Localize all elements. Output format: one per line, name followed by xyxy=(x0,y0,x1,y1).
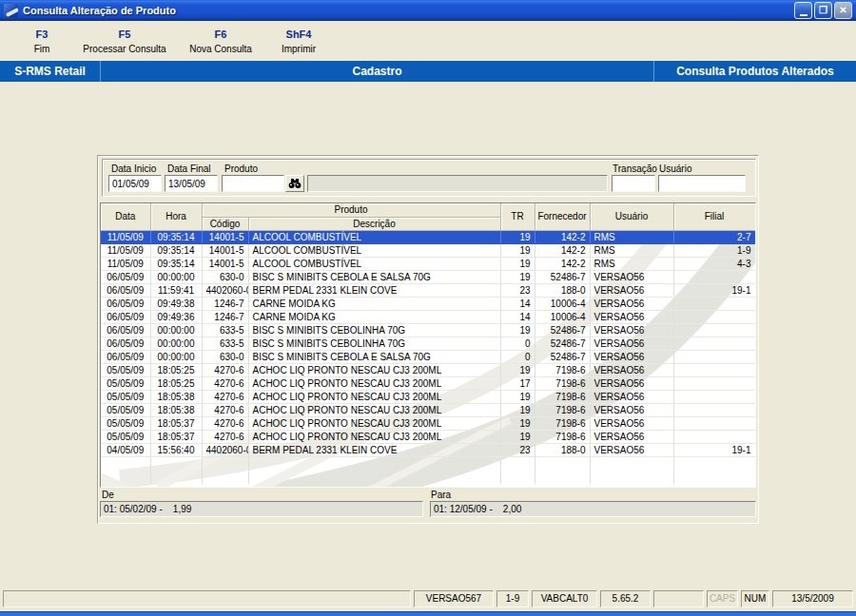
table-cell: 06/05/09 xyxy=(101,337,150,350)
table-row[interactable]: 06/05/0909:49:381246-7CARNE MOIDA KG1410… xyxy=(101,297,755,310)
produto-input[interactable] xyxy=(222,175,284,192)
table-cell: 19 xyxy=(500,403,535,416)
usuario-label: Usuário xyxy=(659,164,691,174)
col-header-hora[interactable]: Hora xyxy=(150,203,202,230)
col-header-tr[interactable]: TR xyxy=(500,203,535,230)
col-header-filial[interactable]: Filial xyxy=(673,203,755,230)
table-cell: 1246-7 xyxy=(202,297,248,310)
restore-button[interactable]: ❐ xyxy=(814,2,832,19)
table-cell: 7198-6 xyxy=(535,403,590,416)
table-cell: 18:05:37 xyxy=(150,430,202,443)
toolbar-nova-consulta-button[interactable]: F6 Nova Consulta xyxy=(177,28,264,56)
table-cell: VERSAO56 xyxy=(590,297,673,310)
table-cell: 142-2 xyxy=(535,257,590,270)
table-cell: 142-2 xyxy=(535,243,590,257)
data-final-input[interactable] xyxy=(165,175,218,192)
table-cell: ALCOOL COMBUSTÍVEL xyxy=(248,243,500,257)
toolbar-fim-label: Fim xyxy=(21,43,63,56)
table-cell: 4-3 xyxy=(673,257,755,270)
title-bar: Consulta Alteração de Produto ❐ ✕ xyxy=(0,0,856,21)
table-row[interactable]: 06/05/0900:00:00630-0BISC S MINIBITS CEB… xyxy=(101,350,755,363)
table-row[interactable]: 11/05/0909:35:1414001-5ALCOOL COMBUSTÍVE… xyxy=(101,230,755,243)
table-row[interactable]: 06/05/0900:00:00633-5BISC S MINIBITS CEB… xyxy=(101,337,755,350)
table-cell: 23 xyxy=(500,443,535,456)
table-cell: 10006-4 xyxy=(535,297,590,310)
table-cell: 00:00:00 xyxy=(150,337,202,350)
table-cell: 7198-6 xyxy=(535,376,590,390)
table-cell: 19 xyxy=(500,416,535,430)
col-header-codigo[interactable]: Código xyxy=(202,217,248,230)
table-cell: 18:05:38 xyxy=(150,390,202,403)
col-header-fornecedor[interactable]: Fornecedor xyxy=(535,203,590,230)
table-cell: 52486-7 xyxy=(535,337,590,350)
toolbar-processar-consulta-button[interactable]: F5 Processar Consulta xyxy=(72,28,177,56)
table-row[interactable]: 05/05/0918:05:374270-6ACHOC LIQ PRONTO N… xyxy=(101,416,755,430)
table-row[interactable]: 11/05/0909:35:1414001-5ALCOOL COMBUSTÍVE… xyxy=(101,243,755,257)
table-row[interactable]: 05/05/0918:05:254270-6ACHOC LIQ PRONTO N… xyxy=(101,376,755,390)
data-inicio-label: Data Inicio xyxy=(111,164,156,174)
table-cell: 11/05/09 xyxy=(101,230,150,243)
table-cell: ALCOOL COMBUSTÍVEL xyxy=(248,257,500,270)
table-cell: 00:00:00 xyxy=(150,323,202,337)
table-cell: RMS xyxy=(590,230,673,243)
table-cell: BERM PEDAL 2331 KLEIN COVE xyxy=(248,283,500,297)
table-row[interactable]: 04/05/0915:56:404402060-0BERM PEDAL 2331… xyxy=(101,443,755,456)
status-num-indicator: NUM xyxy=(741,590,769,607)
produto-search-button[interactable] xyxy=(285,175,304,192)
table-cell: 06/05/09 xyxy=(101,310,150,323)
usuario-input[interactable] xyxy=(658,175,746,192)
table-cell xyxy=(673,323,755,337)
close-button[interactable]: ✕ xyxy=(834,2,852,19)
col-header-produto[interactable]: Produto xyxy=(202,203,500,217)
table-row[interactable]: 05/05/0918:05:384270-6ACHOC LIQ PRONTO N… xyxy=(101,403,755,416)
table-empty-cell xyxy=(248,456,500,484)
table-empty-area xyxy=(101,456,755,484)
table-empty-cell xyxy=(535,456,590,484)
table-cell: 4270-6 xyxy=(202,376,248,390)
table-cell: RMS xyxy=(590,243,673,257)
table-cell: 14 xyxy=(500,310,535,323)
table-row[interactable]: 06/05/0900:00:00630-0BISC S MINIBITS CEB… xyxy=(101,270,755,283)
toolbar-fim-button[interactable]: F3 Fim xyxy=(11,28,72,56)
transacao-input[interactable] xyxy=(612,175,655,192)
table-cell: 11/05/09 xyxy=(101,257,150,270)
table-row[interactable]: 05/05/0918:05:384270-6ACHOC LIQ PRONTO N… xyxy=(101,390,755,403)
toolbar-imprimir-button[interactable]: ShF4 Imprimir xyxy=(264,28,333,56)
table-row[interactable]: 05/05/0918:05:254270-6ACHOC LIQ PRONTO N… xyxy=(101,363,755,376)
transacao-label: Transação xyxy=(613,164,657,174)
table-cell xyxy=(673,403,755,416)
col-header-data[interactable]: Data xyxy=(101,203,150,230)
table-cell: 19-1 xyxy=(673,283,755,297)
table-cell: 52486-7 xyxy=(535,323,590,337)
table-row[interactable]: 05/05/0918:05:374270-6ACHOC LIQ PRONTO N… xyxy=(101,430,755,443)
table-cell: 05/05/09 xyxy=(101,416,150,430)
table-cell: 2-7 xyxy=(673,230,755,243)
main-panel: Data Inicio Data Final Produto Transação… xyxy=(97,155,759,524)
col-header-usuario[interactable]: Usuário xyxy=(590,203,673,230)
table-cell: 09:35:14 xyxy=(150,230,202,243)
table-cell xyxy=(673,363,755,376)
app-icon xyxy=(4,4,18,18)
table-cell: 05/05/09 xyxy=(101,376,150,390)
table-row[interactable]: 06/05/0900:00:00633-5BISC S MINIBITS CEB… xyxy=(101,323,755,337)
status-bar: VERSAO567 1-9 VABCALT0 5.65.2 CAPS NUM 1… xyxy=(0,587,856,611)
table-cell: 19 xyxy=(500,363,535,376)
minimize-button[interactable] xyxy=(794,2,812,19)
filter-box: Data Inicio Data Final Produto Transação… xyxy=(102,159,756,197)
table-cell: 15:56:40 xyxy=(150,443,202,456)
col-header-descricao[interactable]: Descrição xyxy=(248,217,500,230)
table-row[interactable]: 06/05/0911:59:414402060-0BERM PEDAL 2331… xyxy=(101,283,755,297)
table-cell: ALCOOL COMBUSTÍVEL xyxy=(248,230,500,243)
table-cell: BERM PEDAL 2331 KLEIN COVE xyxy=(248,443,500,456)
data-inicio-input[interactable] xyxy=(108,175,162,192)
table-cell: 4270-6 xyxy=(202,390,248,403)
table-cell: 4270-6 xyxy=(202,363,248,376)
table-cell: 18:05:37 xyxy=(150,416,202,430)
data-final-label: Data Final xyxy=(167,164,211,174)
table-row[interactable]: 06/05/0909:49:361246-7CARNE MOIDA KG1410… xyxy=(101,310,755,323)
table-cell: 05/05/09 xyxy=(101,430,150,443)
table-cell: 4402060-0 xyxy=(202,283,248,297)
toolbar-nova-label: Nova Consulta xyxy=(186,43,255,56)
table-cell xyxy=(673,350,755,363)
table-row[interactable]: 11/05/0909:35:1414001-5ALCOOL COMBUSTÍVE… xyxy=(101,257,755,270)
